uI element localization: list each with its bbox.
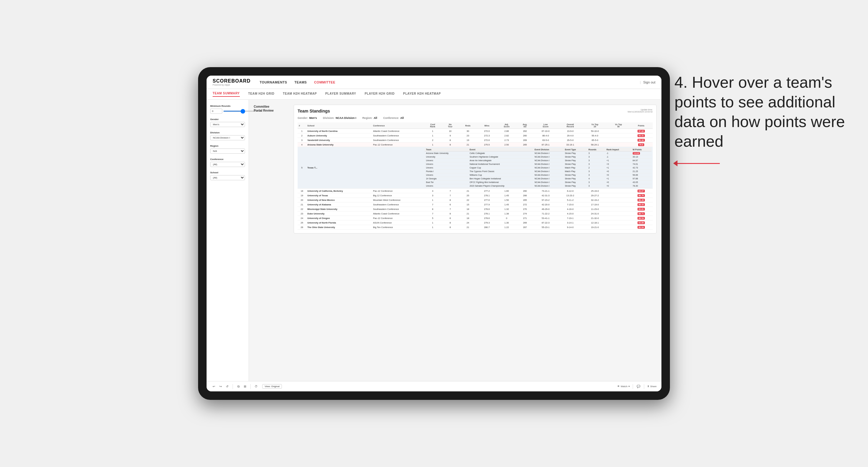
tooltip-cell-rounds: 3	[587, 158, 605, 162]
tooltip-cell-division: NCAA Division I	[533, 177, 564, 180]
points-badge[interactable]: 83.07	[638, 190, 645, 192]
clock-icon[interactable]: ⏱	[254, 384, 258, 389]
cell-overall-rec: 29-4-0	[558, 133, 583, 138]
cell-wins: 280.7	[477, 225, 497, 229]
col-points: Points	[630, 123, 653, 129]
tooltip-cell-rank-impact: +1	[605, 158, 631, 162]
points-badge[interactable]: 83.89	[638, 221, 645, 224]
gender-select[interactable]: Men's	[210, 122, 245, 127]
cell-wins: 277.2	[477, 189, 497, 193]
school-select[interactable]: (All)	[210, 175, 245, 180]
tooltip-cell-points: 84.97	[631, 158, 651, 162]
tooltip-cell-type: Match Play	[564, 169, 587, 173]
tooltip-col-event: Event	[468, 148, 533, 152]
filter-region-val: All	[373, 117, 377, 120]
cell-wins: 277.6	[477, 198, 497, 203]
points-badge[interactable]: 80.94	[638, 226, 645, 229]
cell-wins: 278.1	[477, 211, 497, 216]
col-wins: Wins	[477, 123, 497, 129]
nav-tournaments[interactable]: TOURNAMENTS	[260, 79, 287, 85]
cell-conf-rank: 1	[424, 225, 441, 229]
comment-icon[interactable]: 💬	[636, 384, 641, 389]
cell-points[interactable]: 88.54	[630, 216, 653, 220]
gender-label: Gender	[210, 118, 245, 121]
points-badge-active[interactable]: 79.5	[638, 143, 644, 146]
tab-team-h2h-heatmap[interactable]: TEAM H2H HEATMAP	[283, 92, 317, 96]
cell-adj-score: 1.45	[497, 193, 517, 198]
conference-select[interactable]: (All)	[210, 162, 245, 167]
cell-points[interactable]: 79.5	[630, 143, 653, 147]
grid-icon[interactable]: ⊞	[243, 384, 247, 389]
cell-vs50	[607, 198, 630, 203]
cell-low-score: 55-23-1	[533, 225, 558, 229]
nav-committee[interactable]: COMMITTEE	[314, 79, 335, 85]
points-badge[interactable]: 83.81	[638, 208, 645, 211]
tab-player-h2h-heatmap[interactable]: PLAYER H2H HEATMAP	[403, 92, 441, 96]
tab-team-h2h-grid[interactable]: TEAM H2H GRID	[248, 92, 275, 96]
tooltip-cell-event: Ben Hogan Collegiate Invitational	[468, 177, 533, 180]
redo-icon[interactable]: ↪	[218, 384, 223, 389]
report-main: Team Standings Update time:Men's13/03/20…	[294, 105, 657, 234]
cell-points[interactable]: 83.81	[630, 207, 653, 211]
nav-teams[interactable]: TEAMS	[294, 79, 307, 85]
points-badge[interactable]: 93.31	[638, 134, 645, 137]
cell-conference: Big 12 Conference	[372, 193, 424, 198]
cell-points[interactable]: 88.71	[630, 211, 653, 216]
points-badge[interactable]: 97.02	[638, 130, 645, 132]
cell-rank: 4	[298, 143, 306, 147]
view-original-button[interactable]: View: Original	[262, 384, 282, 389]
tooltip-cell-event: National Invitational Tournament	[468, 162, 533, 166]
tab-team-summary[interactable]: TEAM SUMMARY	[213, 92, 240, 97]
tab-player-h2h-grid[interactable]: PLAYER H2H GRID	[365, 92, 395, 96]
cell-no-tour: 7	[442, 189, 459, 193]
cell-points[interactable]: 90.32	[630, 138, 653, 143]
cell-points[interactable]: 88.49	[630, 198, 653, 203]
points-badge[interactable]: 90.32	[638, 139, 645, 142]
col-adj-score: Adj.Score	[497, 123, 517, 129]
points-badge[interactable]: 88.71	[638, 212, 645, 215]
points-badge[interactable]: 88.49	[638, 199, 645, 201]
undo-icon[interactable]: ↩	[211, 384, 216, 389]
cell-low-score: 67-10-0	[533, 129, 558, 133]
watch-button[interactable]: 👁 Watch ▾	[617, 385, 629, 388]
sign-out-button[interactable]: Sign out	[643, 81, 655, 84]
share-button[interactable]: ⬆ Share	[647, 385, 657, 388]
cell-conf-rank: 1	[424, 133, 441, 138]
table-row: 25 University of North Florida ASUN Conf…	[298, 220, 653, 225]
cell-rank: 25	[298, 220, 306, 225]
cell-points[interactable]: 93.31	[630, 133, 653, 138]
cell-points[interactable]: 80.94	[630, 225, 653, 229]
cell-points[interactable]: 83.07	[630, 189, 653, 193]
cell-points[interactable]: 88.70	[630, 193, 653, 198]
main-content: Minimum Rounds Gender Men's Division NC	[207, 100, 661, 381]
tooltip-col-rank-impact: Rank Impact	[605, 148, 631, 152]
cell-rank: 24	[298, 216, 306, 220]
cell-points[interactable]: 97.02	[630, 129, 653, 133]
cell-points[interactable]: 88.43	[630, 203, 653, 207]
cell-rank: 1	[298, 129, 306, 133]
tooltip-cell-rounds: 3	[587, 169, 605, 173]
sidebar-section-division: Division NCAA Division I	[210, 131, 245, 141]
points-badge[interactable]: 88.54	[638, 217, 645, 220]
tab-player-summary[interactable]: PLAYER SUMMARY	[326, 92, 356, 96]
tooltip-cell-type: Stroke Play	[564, 158, 587, 162]
report-wrapper: CommitteePortal Review Team Standings Up…	[254, 105, 657, 234]
cell-wins: 279.3	[477, 220, 497, 225]
cell-vs50	[607, 207, 630, 211]
tooltip-cell-division: NCAA Division I	[533, 180, 564, 184]
region-select[interactable]: N/A	[210, 149, 245, 154]
portal-content: CommitteePortal Review Team Standings Up…	[249, 100, 661, 381]
col-avg-sg: Avg.SG	[517, 123, 533, 129]
cell-rnds: 25	[459, 193, 477, 198]
cell-rank: 21	[298, 203, 306, 207]
cell-overall-rec: 13-23-2	[558, 193, 583, 198]
col-conf-rank: ConfRank	[424, 123, 441, 129]
min-rounds-input[interactable]	[210, 108, 222, 114]
copy-icon[interactable]: ⧉	[236, 384, 241, 389]
points-badge[interactable]: 88.70	[638, 194, 645, 197]
cell-rnds: 18	[459, 216, 477, 220]
division-select[interactable]: NCAA Division I	[210, 135, 245, 141]
reset-icon[interactable]: ↺	[225, 384, 229, 389]
cell-points[interactable]: 83.89	[630, 220, 653, 225]
points-badge[interactable]: 88.43	[638, 203, 645, 206]
